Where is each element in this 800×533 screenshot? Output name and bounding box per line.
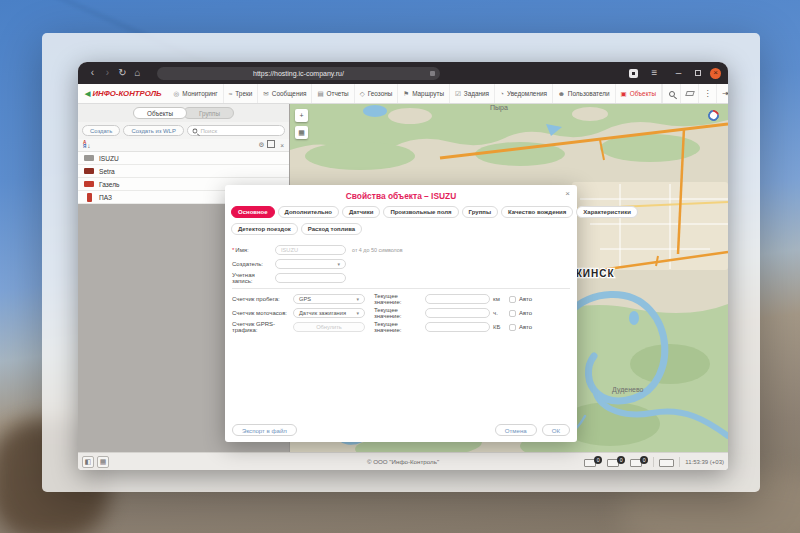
messages-icon: ✉ (263, 90, 268, 98)
engine-hours-select[interactable]: Датчик зажигания▾ (293, 308, 365, 318)
gprs-value-input[interactable] (425, 322, 490, 332)
clear-icon[interactable]: × (280, 142, 284, 149)
current-value-label: Текущее значение: (374, 307, 425, 319)
maximize-button[interactable] (695, 70, 701, 76)
export-to-file-button[interactable]: Экспорт в файл (232, 424, 297, 436)
vehicle-name: ПАЗ (99, 194, 112, 201)
status-monitor-indicator[interactable]: 0 (584, 456, 602, 467)
form-divider (232, 288, 570, 289)
tab-fuel-consumption[interactable]: Расход топлива (301, 223, 362, 235)
app-content: Объекты Группы Создать Создать из WLP АЯ… (78, 104, 728, 452)
cancel-button[interactable]: Отмена (495, 424, 537, 436)
modal-close-icon[interactable]: × (565, 190, 570, 198)
nav-item-routes[interactable]: ⚑Маршруты (398, 84, 450, 103)
map-label-village: Дуденево (612, 386, 644, 394)
engine-hours-auto-checkbox[interactable] (509, 310, 516, 317)
clock-text: 11:53:39 (+03) (685, 459, 724, 465)
browser-menu-icon[interactable]: ≡ (647, 62, 662, 84)
gprs-reset-button[interactable]: Обнулить (293, 322, 365, 332)
keyboard-icon[interactable] (659, 459, 674, 467)
nav-search-button[interactable] (662, 84, 680, 103)
forward-icon[interactable]: › (100, 62, 115, 84)
nav-item-users[interactable]: ☻Пользователи (553, 84, 616, 103)
van-icon (84, 181, 94, 187)
back-icon[interactable]: ‹ (85, 62, 100, 84)
map-layers-button[interactable]: ▦ (295, 126, 308, 139)
tab-main[interactable]: Основное (231, 206, 275, 218)
truck-icon (84, 155, 94, 161)
logout-button[interactable]: ⇥ (716, 84, 728, 103)
vehicle-row-isuzu[interactable]: ISUZU (78, 152, 289, 165)
app-navbar: ◀ ИНФО-КОНТРОЛЬ ◎Мониторинг ≈Треки ✉Сооб… (78, 84, 728, 104)
mileage-counter-select[interactable]: GPS▾ (293, 294, 365, 304)
url-bar[interactable]: https://hosting.ic-company.ru/ (157, 67, 440, 80)
sidebar-search[interactable] (187, 125, 285, 136)
vehicle-row-setra[interactable]: Setra (78, 165, 289, 178)
nav-item-reports[interactable]: ▤Отчеты (312, 84, 354, 103)
mileage-auto-checkbox[interactable] (509, 296, 516, 303)
map-fullscreen-button[interactable]: + (295, 109, 308, 122)
mileage-unit: км (493, 296, 504, 302)
engine-hours-counter-label: Счетчик моточасов: (232, 310, 293, 316)
tab-sensors[interactable]: Датчики (342, 206, 380, 218)
nav-kebab-button[interactable]: ⋮ (698, 84, 716, 103)
tab-characteristics[interactable]: Характеристики (576, 206, 638, 218)
tab-additional[interactable]: Дополнительно (278, 206, 339, 218)
sidebar-tools-row: АЯ ↓ ⚙ × (78, 139, 289, 152)
nav-item-objects[interactable]: ▣Объекты (616, 84, 663, 103)
site-info-icon[interactable] (430, 71, 435, 76)
tab-trip-detector[interactable]: Детектор поездок (231, 223, 298, 235)
account-input[interactable] (275, 273, 346, 283)
nav-label: Отчеты (327, 90, 349, 97)
create-button[interactable]: Создать (82, 125, 120, 136)
nav-measure-button[interactable] (680, 84, 698, 103)
name-input[interactable]: ISUZU (275, 245, 346, 255)
nav-item-notifications[interactable]: ◔Уведомления (495, 84, 553, 103)
sort-arrow-icon: ↓ (87, 142, 90, 149)
nav-item-messages[interactable]: ✉Сообщения (258, 84, 312, 103)
statusbar-divider (653, 457, 654, 467)
map-urban-area (572, 182, 728, 270)
refresh-icon[interactable]: ↻ (115, 62, 130, 84)
nav-label: Сообщения (272, 90, 307, 97)
tab-groups[interactable]: Группы (462, 206, 498, 218)
object-properties-modal: Свойства объекта – ISUZU × Основное Допо… (225, 185, 577, 442)
copy-icon[interactable] (269, 142, 275, 148)
ok-button[interactable]: ОК (542, 424, 570, 436)
nav-item-tasks[interactable]: ☑Задания (450, 84, 495, 103)
minimize-button[interactable]: – (671, 62, 686, 84)
map-label-pyra: Пыра (490, 104, 508, 112)
mileage-value-input[interactable] (425, 294, 490, 304)
nav-item-monitoring[interactable]: ◎Мониторинг (169, 84, 224, 103)
tab-custom-fields[interactable]: Произвольные поля (383, 206, 458, 218)
nav-item-tracks[interactable]: ≈Треки (224, 84, 259, 103)
status-message-indicator[interactable]: 0 (630, 456, 648, 467)
creator-select[interactable]: ▾ (275, 259, 346, 269)
status-signal-indicator[interactable]: 0 (607, 456, 625, 467)
gprs-auto-checkbox[interactable] (509, 324, 516, 331)
browser-titlebar: ‹ › ↻ ⌂ https://hosting.ic-company.ru/ ≡… (78, 62, 728, 84)
vehicle-name: Газель (99, 181, 119, 188)
create-from-wlp-button[interactable]: Создать из WLP (123, 125, 183, 136)
grid-view-icon[interactable]: ▦ (97, 456, 109, 468)
mileage-counter-label: Счетчик пробега: (232, 296, 293, 302)
vehicle-name: Setra (99, 168, 115, 175)
tab-groups[interactable]: Группы (183, 107, 234, 119)
wrench-icon[interactable]: ⚙ (258, 141, 264, 149)
gprs-unit: КБ (493, 324, 504, 330)
nav-item-geozones[interactable]: ◇Геозоны (355, 84, 399, 103)
search-input[interactable] (200, 128, 280, 134)
app-logo[interactable]: ◀ ИНФО-КОНТРОЛЬ (78, 84, 169, 103)
users-icon: ☻ (558, 90, 565, 97)
home-icon[interactable]: ⌂ (130, 62, 145, 84)
extension-icon[interactable] (629, 69, 638, 78)
panel-toggle-icon[interactable]: ◧ (82, 456, 94, 468)
sort-icon[interactable]: АЯ ↓ (83, 141, 91, 150)
engine-hours-value-input[interactable] (425, 308, 490, 318)
chevron-down-icon: ▾ (356, 296, 359, 302)
sort-letter-z: Я (83, 145, 86, 149)
nav-label: Объекты (630, 90, 656, 97)
tab-objects[interactable]: Объекты (133, 107, 187, 119)
close-button[interactable]: × (710, 68, 721, 79)
tab-driving-quality[interactable]: Качество вождения (501, 206, 573, 218)
